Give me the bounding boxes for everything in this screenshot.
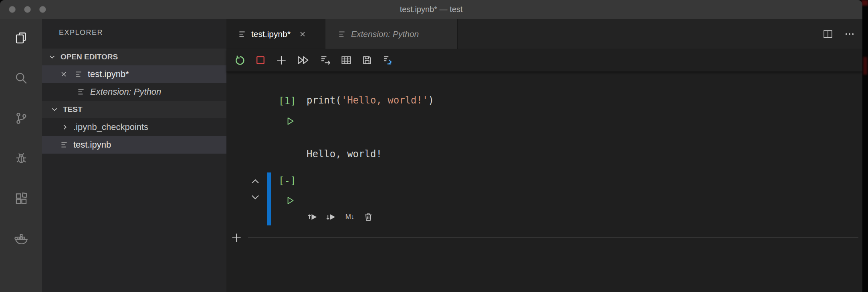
open-editor-item-test-ipynb[interactable]: test.ipynb* — [42, 65, 226, 83]
cell-toolbar: M↓ — [307, 211, 375, 223]
extensions-icon[interactable] — [12, 190, 30, 207]
tab-extension-python[interactable]: Extension: Python — [325, 19, 458, 49]
open-editor-label: Extension: Python — [90, 87, 161, 97]
explorer-sidebar: EXPLORER OPEN EDITORS test.ipynb* — [42, 19, 226, 292]
section-test-folder[interactable]: TEST — [42, 101, 226, 118]
notebook-file-icon — [77, 87, 85, 96]
chevron-right-icon — [61, 123, 69, 132]
export-icon[interactable] — [319, 53, 332, 67]
move-cell-down-icon[interactable] — [249, 191, 261, 203]
section-label: OPEN EDITORS — [61, 53, 118, 61]
more-actions-icon[interactable] — [844, 28, 855, 40]
code-token-string: 'Hello, world!' — [341, 95, 428, 106]
explorer-icon[interactable] — [12, 29, 30, 47]
wallpaper-detail — [862, 0, 868, 6]
close-icon[interactable] — [299, 30, 307, 38]
wallpaper-detail — [863, 57, 867, 75]
save-icon[interactable] — [360, 53, 374, 67]
interrupt-kernel-icon[interactable] — [254, 53, 267, 67]
split-editor-icon[interactable] — [822, 28, 834, 40]
restart-kernel-icon[interactable] — [233, 53, 246, 67]
desktop-background: test.ipynb* — test — [0, 0, 868, 292]
window-title: test.ipynb* — test — [400, 5, 463, 14]
notebook-file-icon — [337, 30, 346, 39]
code-token: ) — [428, 95, 434, 106]
notebook-content: [1] print('Hello, world!') Hello, world!… — [226, 71, 862, 292]
close-icon[interactable] — [60, 70, 68, 78]
tab-bar: test.ipynb* Extension: Python — [226, 19, 862, 49]
traffic-lights — [9, 0, 46, 19]
titlebar: test.ipynb* — test — [0, 0, 862, 19]
tree-item-test-ipynb[interactable]: test.ipynb — [42, 136, 226, 154]
notebook-file-icon — [74, 70, 83, 79]
code-cell-editor[interactable]: print('Hello, world!') — [307, 95, 434, 106]
open-editor-label: test.ipynb* — [88, 69, 129, 79]
run-cells-below-icon[interactable] — [325, 211, 338, 223]
close-window-button[interactable] — [9, 6, 16, 13]
run-cells-above-icon[interactable] — [307, 211, 319, 223]
tab-label: test.ipynb* — [251, 29, 291, 39]
execution-count: [1] — [279, 95, 296, 107]
activity-bar — [0, 19, 42, 292]
move-cell-up-icon[interactable] — [249, 176, 261, 188]
chevron-down-icon — [48, 53, 57, 61]
execution-count: [-] — [279, 175, 296, 187]
open-editor-item-extension-python[interactable]: Extension: Python — [42, 83, 226, 101]
cell-output: Hello, world! — [307, 148, 382, 160]
notebook-file-icon — [238, 30, 246, 39]
editor-area: test.ipynb* Extension: Python — [226, 19, 862, 292]
chevron-down-icon — [50, 105, 59, 114]
markdown-icon[interactable]: M↓ — [343, 211, 356, 223]
add-cell-divider — [230, 232, 858, 244]
section-open-editors[interactable]: OPEN EDITORS — [42, 49, 226, 65]
zoom-window-button[interactable] — [39, 6, 46, 13]
run-cell-icon[interactable] — [285, 116, 296, 127]
search-icon[interactable] — [12, 69, 30, 87]
section-label: TEST — [63, 105, 83, 114]
add-cell-plus-icon[interactable] — [230, 232, 243, 244]
tab-test-ipynb[interactable]: test.ipynb* — [226, 19, 325, 49]
delete-cell-icon[interactable] — [362, 211, 375, 223]
source-control-icon[interactable] — [12, 110, 30, 127]
vscode-window: test.ipynb* — test — [0, 0, 862, 292]
notebook-toolbar — [226, 49, 862, 72]
notebook-file-icon — [60, 140, 69, 149]
run-all-cells-icon[interactable] — [295, 53, 311, 67]
editor-actions — [822, 19, 855, 49]
run-cell-icon[interactable] — [285, 195, 296, 206]
docker-icon[interactable] — [12, 230, 30, 247]
tree-item-label: test.ipynb — [73, 140, 111, 150]
add-cell-rule — [248, 237, 858, 238]
selected-cell-indicator — [267, 172, 271, 225]
add-cell-icon[interactable] — [275, 53, 288, 67]
debug-icon[interactable] — [12, 150, 30, 167]
code-token: print( — [307, 95, 341, 106]
export-python-script-icon[interactable] — [381, 53, 395, 67]
variable-explorer-icon[interactable] — [339, 53, 353, 67]
tab-label: Extension: Python — [351, 29, 419, 39]
tree-item-ipynb-checkpoints[interactable]: .ipynb_checkpoints — [42, 118, 226, 136]
minimize-window-button[interactable] — [24, 6, 31, 13]
sidebar-title: EXPLORER — [59, 28, 103, 37]
tree-item-label: .ipynb_checkpoints — [73, 122, 148, 132]
